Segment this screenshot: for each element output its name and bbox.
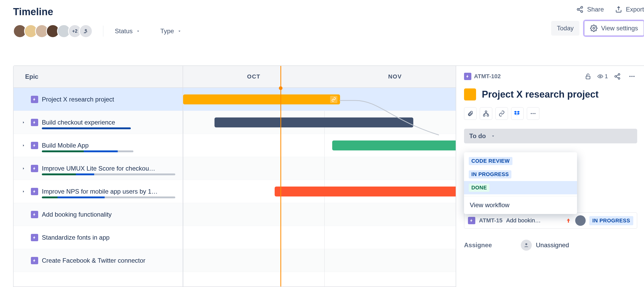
epic-label: Project X research project <box>42 96 114 103</box>
epic-row[interactable]: Build Mobile App <box>14 134 183 157</box>
meatball-icon <box>629 73 635 80</box>
timeline-bar[interactable] <box>183 94 340 104</box>
today-marker <box>280 66 281 286</box>
export-icon <box>615 6 622 13</box>
epic-label: Add booking functionality <box>42 211 112 218</box>
separator <box>103 26 103 37</box>
avatar-stack: +2 <box>13 24 93 38</box>
status-filter[interactable]: Status <box>114 26 142 36</box>
view-workflow-link[interactable]: View workflow <box>464 196 577 214</box>
today-button[interactable]: Today <box>551 21 579 36</box>
add-people-button[interactable] <box>79 24 93 38</box>
month-label: NOV <box>324 66 466 87</box>
status-popover: CODE REVIEW IN PROGRESS DONE View workfl… <box>464 152 577 214</box>
share-button[interactable]: Share <box>576 6 604 13</box>
link-icon <box>499 110 505 117</box>
epic-type-icon <box>31 188 38 195</box>
status-dropdown[interactable]: To do <box>464 129 637 143</box>
export-label: Export <box>626 6 644 13</box>
epic-label: Build checkout experience <box>42 119 115 126</box>
link-issue-button[interactable] <box>495 107 508 120</box>
epic-label: Improve NPS for mobile app users by 1… <box>42 188 158 195</box>
epic-type-icon <box>31 119 38 126</box>
svg-point-9 <box>615 76 617 77</box>
svg-point-1 <box>577 9 579 10</box>
epic-type-icon <box>31 96 38 103</box>
epic-row[interactable]: Improve NPS for mobile app users by 1… <box>14 180 183 203</box>
chevron-right-icon <box>21 120 26 125</box>
dropbox-button[interactable] <box>511 107 524 120</box>
expand-toggle[interactable] <box>20 119 27 126</box>
epic-type-icon <box>468 217 475 224</box>
epic-label: Standardize fonts in app <box>42 234 110 241</box>
epic-row[interactable]: Improve UMUX Lite Score for checkou… <box>14 157 183 180</box>
timeline-bar[interactable] <box>214 117 413 127</box>
epic-row[interactable]: Standardize fonts in app <box>14 226 183 249</box>
add-person-icon <box>83 28 89 34</box>
chevron-down-icon <box>491 134 495 138</box>
epic-type-icon <box>31 165 38 172</box>
issue-detail-panel: ATMT-102 1 Project X resear <box>456 66 644 287</box>
svg-rect-18 <box>487 115 489 116</box>
epic-progress-bar <box>42 127 131 129</box>
more-actions-button[interactable] <box>627 71 637 82</box>
svg-line-3 <box>579 8 581 9</box>
view-settings-button[interactable]: View settings <box>584 21 644 36</box>
svg-point-2 <box>581 11 583 13</box>
chevron-right-icon <box>21 189 26 194</box>
issue-key[interactable]: ATMT-102 <box>464 73 501 80</box>
assignee-value[interactable]: Unassigned <box>521 240 569 251</box>
epic-type-icon <box>464 73 471 80</box>
svg-point-21 <box>534 113 535 114</box>
assignee-avatar[interactable] <box>575 215 586 226</box>
epic-progress-bar <box>42 173 175 175</box>
priority-high-icon <box>565 217 572 224</box>
child-issue-key: ATMT-15 <box>479 217 502 224</box>
svg-rect-16 <box>485 111 487 112</box>
svg-point-20 <box>533 113 534 114</box>
epic-row[interactable]: Project X research project <box>14 88 183 111</box>
meatball-icon <box>530 110 536 117</box>
epic-row[interactable]: Create Facebook & Twitter connector <box>14 249 183 272</box>
epic-progress-bar <box>42 150 133 152</box>
epic-type-icon <box>31 211 38 218</box>
lock-button[interactable] <box>583 71 593 82</box>
epic-column: Epic Project X research projectBuild che… <box>14 66 183 286</box>
share-issue-button[interactable] <box>612 71 623 82</box>
epic-color-swatch[interactable] <box>464 88 476 100</box>
svg-point-10 <box>618 77 620 79</box>
svg-line-12 <box>616 77 618 78</box>
type-filter[interactable]: Type <box>159 26 183 36</box>
status-option[interactable]: DONE <box>464 181 577 194</box>
eye-icon <box>597 73 603 80</box>
epic-type-icon <box>31 234 38 241</box>
attach-button[interactable] <box>464 107 477 120</box>
export-button[interactable]: Export <box>615 6 644 13</box>
epic-progress-bar <box>42 196 175 198</box>
epic-row[interactable]: Add booking functionality <box>14 203 183 226</box>
svg-rect-6 <box>586 76 590 79</box>
more-apps-button[interactable] <box>527 107 539 120</box>
chevron-right-icon <box>21 143 26 148</box>
epic-row[interactable]: Build checkout experience <box>14 111 183 134</box>
svg-point-8 <box>618 74 620 75</box>
dependency-link-icon[interactable] <box>330 96 337 103</box>
epic-label: Create Facebook & Twitter connector <box>42 257 145 264</box>
chevron-right-icon <box>21 166 26 171</box>
svg-point-5 <box>593 27 595 29</box>
watch-button[interactable]: 1 <box>597 71 608 82</box>
issue-title[interactable]: Project X research project <box>482 89 598 100</box>
svg-point-22 <box>525 243 527 245</box>
status-option[interactable]: IN PROGRESS <box>464 168 577 181</box>
chevron-down-icon <box>136 29 140 33</box>
share-icon <box>614 73 621 80</box>
chevron-down-icon <box>177 29 182 33</box>
dropbox-icon <box>514 110 521 117</box>
status-option[interactable]: CODE REVIEW <box>464 154 577 168</box>
child-issue-row[interactable]: ATMT-15 Add bookin… IN PROGRESS <box>464 212 637 229</box>
epic-label: Improve UMUX Lite Score for checkou… <box>42 165 155 172</box>
expand-toggle[interactable] <box>20 188 27 195</box>
expand-toggle[interactable] <box>20 142 27 149</box>
expand-toggle[interactable] <box>20 165 27 172</box>
add-child-button[interactable] <box>480 107 492 120</box>
